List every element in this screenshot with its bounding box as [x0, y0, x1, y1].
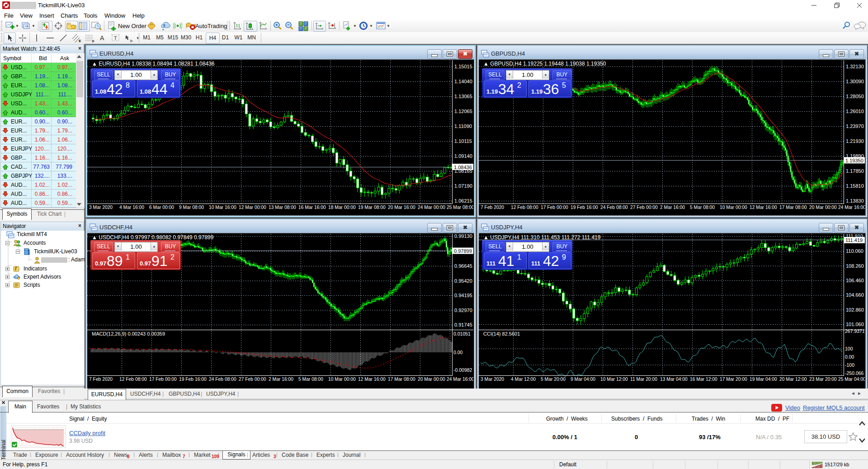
svg-text:-100: -100: [845, 362, 854, 368]
svg-text:CCI(14) 82.5601: CCI(14) 82.5601: [483, 331, 520, 336]
svg-text:18 Mar 00:00: 18 Mar 00:00: [328, 205, 356, 210]
svg-text:1.21930: 1.21930: [846, 138, 864, 144]
svg-text:-250.066: -250.066: [845, 370, 864, 376]
svg-text:1.15015: 1.15015: [454, 64, 472, 69]
svg-text:24 Mar 00:00: 24 Mar 00:00: [418, 205, 445, 210]
svg-text:9 Mar 04:00: 9 Mar 04:00: [571, 377, 595, 382]
svg-text:MACD(12,26,9) 0.00243 0.00359: MACD(12,26,9) 0.00243 0.00359: [92, 331, 165, 336]
svg-text:1.09140: 1.09140: [454, 153, 472, 159]
svg-text:16 Mar 16:00: 16 Mar 16:00: [298, 205, 326, 210]
svg-text:10 Mar 16:00: 10 Mar 16:00: [209, 205, 236, 210]
svg-text:0.95420: 0.95420: [454, 278, 472, 284]
svg-text:2 Mar 16:00: 2 Mar 16:00: [269, 377, 293, 382]
svg-text:-0.00982: -0.00982: [453, 367, 472, 373]
svg-text:24 Feb 08:00: 24 Feb 08:00: [209, 377, 236, 382]
svg-text:17 Mar 08:00: 17 Mar 08:00: [388, 377, 415, 382]
svg-text:1.32130: 1.32130: [846, 64, 864, 69]
svg-text:24 Mar 16:00: 24 Mar 16:00: [447, 377, 473, 382]
svg-text:24 Feb 08:00: 24 Feb 08:00: [600, 205, 628, 210]
svg-text:A: A: [100, 34, 104, 42]
svg-text:12 Mar 16:00: 12 Mar 16:00: [750, 205, 777, 210]
svg-text:20 Mar 12:00: 20 Mar 12:00: [779, 377, 807, 382]
svg-text:12 Mar 00:00: 12 Mar 00:00: [239, 205, 266, 210]
svg-text:0.96645: 0.96645: [454, 263, 472, 269]
svg-text:17 Feb 00:00: 17 Feb 00:00: [541, 205, 568, 210]
svg-text:1.08436: 1.08436: [454, 165, 472, 170]
svg-text:27 Feb 00:00: 27 Feb 00:00: [239, 377, 266, 382]
svg-text:20 Mar 00:00: 20 Mar 00:00: [809, 205, 837, 210]
svg-text:16 Mar 12:00: 16 Mar 12:00: [690, 377, 717, 382]
svg-text:0.99130: 0.99130: [454, 234, 472, 239]
svg-text:110.060: 110.060: [846, 248, 863, 254]
svg-text:1.06215: 1.06215: [454, 198, 472, 204]
svg-text:11 Mar 20:00: 11 Mar 20:00: [630, 377, 657, 382]
svg-text:19 Mar 04:00: 19 Mar 04:00: [750, 377, 777, 382]
svg-text:23 Mar 20:00: 23 Mar 20:00: [809, 377, 837, 382]
svg-text:17 Feb 00:00: 17 Feb 00:00: [149, 377, 177, 382]
svg-text:1.23970: 1.23970: [846, 123, 864, 129]
svg-text:12 Feb 08:00: 12 Feb 08:00: [119, 377, 147, 382]
svg-text:T: T: [114, 35, 117, 41]
svg-text:13 Mar 08:00: 13 Mar 08:00: [269, 205, 296, 210]
svg-text:104.660: 104.660: [846, 292, 864, 298]
svg-text:3 Mar 2020: 3 Mar 2020: [89, 205, 113, 210]
svg-text:25 Mar 04:00: 25 Mar 04:00: [838, 377, 865, 382]
svg-text:17 Mar 08:00: 17 Mar 08:00: [779, 205, 807, 210]
svg-text:0.97899: 0.97899: [454, 248, 472, 254]
svg-text:10 Mar 00:00: 10 Mar 00:00: [328, 377, 356, 382]
svg-text:24 Mar 16:00: 24 Mar 16:00: [838, 205, 865, 210]
svg-text:13 Mar 04:00: 13 Mar 04:00: [660, 377, 688, 382]
svg-text:0.00: 0.00: [453, 350, 463, 355]
svg-text:5 Mar 20:00: 5 Mar 20:00: [541, 377, 566, 382]
svg-text:1.13065: 1.13065: [454, 94, 472, 99]
svg-text:19 Feb 16:00: 19 Feb 16:00: [179, 377, 207, 382]
svg-text:25 Mar 08:00: 25 Mar 08:00: [447, 205, 473, 210]
svg-text:4 Mar 12:00: 4 Mar 12:00: [511, 377, 536, 382]
svg-text:▲ USDCHF,H4 0.97997 0.98082 0: ▲ USDCHF,H4 0.97997 0.98082 0.97849 0.97…: [92, 234, 214, 241]
svg-text:106.460: 106.460: [846, 278, 864, 283]
svg-text:9 Mar 08:00: 9 Mar 08:00: [179, 205, 204, 210]
svg-text:0.00: 0.00: [845, 354, 854, 360]
svg-text:19 Mar 08:00: 19 Mar 08:00: [358, 205, 386, 210]
svg-text:▲ EURUSD,H4 1.08338 1.08494 1: ▲ EURUSD,H4 1.08338 1.08494 1.08281 1.08…: [92, 61, 215, 67]
svg-text:1.30090: 1.30090: [846, 79, 864, 84]
svg-text:1.10115: 1.10115: [454, 138, 472, 144]
svg-text:▲ GBPUSD,H4 1.19225 1.19448 1: ▲ GBPUSD,H4 1.19225 1.19448 1.19038 1.19…: [483, 61, 606, 67]
svg-text:1.12065: 1.12065: [454, 109, 472, 114]
svg-text:10 Mar 00:00: 10 Mar 00:00: [720, 205, 747, 210]
svg-text:5 Mar 08:00: 5 Mar 08:00: [298, 377, 323, 382]
svg-text:▲ USDJPY,H4 111.310 111.453 1: ▲ USDJPY,H4 111.310 111.453 111.272 111.…: [483, 234, 601, 241]
svg-text:101.060: 101.060: [846, 322, 864, 327]
svg-text:1.15810: 1.15810: [846, 183, 864, 189]
svg-text:0.91745: 0.91745: [454, 322, 472, 327]
svg-text:3 Mar 2020: 3 Mar 2020: [481, 377, 504, 382]
svg-text:E: E: [79, 39, 81, 43]
svg-text:108.260: 108.260: [846, 263, 864, 269]
svg-text:27 Feb 00:00: 27 Feb 00:00: [630, 205, 658, 210]
svg-text:10 Mar 12:00: 10 Mar 12:00: [600, 377, 628, 382]
svg-text:20 Mar 16:00: 20 Mar 16:00: [388, 205, 415, 210]
svg-text:111.419: 111.419: [845, 237, 863, 243]
svg-text:0.94195: 0.94195: [454, 293, 472, 298]
svg-text:102.860: 102.860: [846, 307, 864, 313]
svg-text:0.92970: 0.92970: [454, 308, 472, 313]
svg-text:12 Mar 16:00: 12 Mar 16:00: [358, 377, 386, 382]
svg-text:2 Mar 16:00: 2 Mar 16:00: [660, 205, 685, 210]
svg-text:6 Mar 00:00: 6 Mar 00:00: [149, 205, 174, 210]
svg-text:7 Feb 2020: 7 Feb 2020: [89, 377, 113, 382]
svg-text:1.28050: 1.28050: [846, 94, 864, 99]
svg-text:267.9371: 267.9371: [845, 328, 865, 334]
svg-text:5 Mar 08:00: 5 Mar 08:00: [690, 205, 715, 210]
svg-text:17 Mar 20:00: 17 Mar 20:00: [720, 377, 747, 382]
svg-text:5: 5: [163, 24, 165, 28]
svg-text:0.01051: 0.01051: [453, 331, 471, 336]
svg-text:7 Feb 2020: 7 Feb 2020: [481, 205, 504, 210]
svg-text:1.14040: 1.14040: [454, 79, 472, 84]
svg-text:1.26010: 1.26010: [846, 109, 864, 114]
svg-text:1.19350: 1.19350: [845, 158, 863, 163]
svg-text:20 Mar 00:00: 20 Mar 00:00: [418, 377, 445, 382]
svg-text:4 Mar 16:00: 4 Mar 16:00: [119, 205, 144, 210]
svg-text:1.07190: 1.07190: [454, 183, 472, 189]
svg-text:100: 100: [845, 346, 853, 351]
svg-text:12 Feb 08:00: 12 Feb 08:00: [511, 205, 538, 210]
